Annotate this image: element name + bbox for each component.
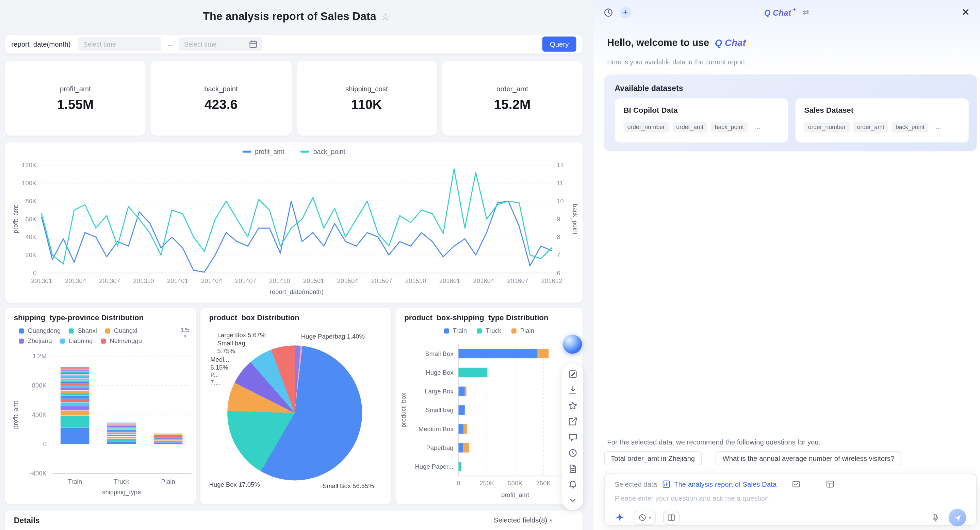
svg-text:profit_amt: profit_amt xyxy=(12,401,19,429)
selected-data-label: Selected data xyxy=(614,480,657,488)
svg-text:Huge Paper...: Huge Paper... xyxy=(415,463,453,470)
svg-text:750K: 750K xyxy=(536,480,551,487)
close-icon[interactable]: ✕ xyxy=(962,8,970,18)
more-fields-tag[interactable]: ... xyxy=(932,121,945,132)
new-chat-button[interactable]: + xyxy=(620,7,631,18)
svg-text:40K: 40K xyxy=(25,233,37,241)
bar-chart-legend: Guangdong Shanxi Guangxi Zhejiang Liaoni… xyxy=(19,327,164,344)
legend-pager[interactable]: 1/5 ▾ xyxy=(181,327,189,339)
legend-item[interactable]: Plain xyxy=(511,327,534,334)
legend-item-profit-amt[interactable]: profit_amt xyxy=(242,147,284,155)
svg-text:201510: 201510 xyxy=(405,277,426,284)
edit-icon[interactable] xyxy=(568,370,578,379)
svg-text:201504: 201504 xyxy=(337,277,358,284)
chart-title: product_box-shipping_type Distribution xyxy=(404,313,548,322)
legend-item[interactable]: Guangxi xyxy=(105,327,137,334)
alert-bell-icon[interactable] xyxy=(568,480,578,490)
legend-label: Truck xyxy=(486,327,501,334)
range-arrow-icon: → xyxy=(166,40,174,49)
dataset-card-sales[interactable]: Sales Dataset order_number order_amt bac… xyxy=(795,99,969,143)
more-fields-tag[interactable]: ... xyxy=(751,121,764,132)
svg-text:Train: Train xyxy=(68,478,82,485)
legend-item[interactable]: Truck xyxy=(477,327,501,334)
svg-text:1.2M: 1.2M xyxy=(33,353,47,360)
kpi-card-order-amt[interactable]: order_amt 15.2M xyxy=(442,61,582,136)
microphone-icon[interactable] xyxy=(931,513,940,522)
insert-card-icon[interactable] xyxy=(791,480,800,489)
kpi-card-profit-amt[interactable]: profit_amt 1.55M xyxy=(5,61,146,136)
legend-item[interactable]: Zhejiang xyxy=(19,337,52,344)
legend-item[interactable]: Shanxi xyxy=(69,327,97,334)
comment-icon[interactable] xyxy=(568,433,578,442)
legend-label: Guangdong xyxy=(27,327,60,334)
field-tag: order_amt xyxy=(853,121,888,132)
legend-item[interactable]: Neimenggu xyxy=(101,337,142,344)
copilot-sphere-button[interactable] xyxy=(563,335,582,354)
pie-label-medium-box: Medi...6.15% xyxy=(210,356,229,371)
document-icon[interactable] xyxy=(568,464,578,473)
mode-select[interactable]: ▾ xyxy=(633,511,656,525)
suggestion-chips: Total order_amt in Zhejiang What is the … xyxy=(604,451,901,465)
side-toolbar xyxy=(562,363,583,510)
collapse-chevron-icon[interactable] xyxy=(568,496,578,505)
svg-text:Small Box: Small Box xyxy=(425,350,453,357)
kpi-card-back-point[interactable]: back_point 423.6 xyxy=(151,61,291,136)
legend-swatch xyxy=(477,328,482,333)
svg-text:201301: 201301 xyxy=(31,277,52,284)
selected-fields-dropdown[interactable]: Selected fields(8) ▾ xyxy=(494,516,552,524)
star-icon[interactable] xyxy=(568,401,578,410)
legend-swatch xyxy=(301,150,310,152)
svg-text:201307: 201307 xyxy=(99,277,120,284)
svg-text:201410: 201410 xyxy=(269,277,290,284)
svg-text:500K: 500K xyxy=(508,480,523,487)
legend-label: Plain xyxy=(520,327,534,334)
svg-text:profit_amt: profit_amt xyxy=(12,205,19,233)
history-icon[interactable] xyxy=(568,448,578,458)
legend-item[interactable]: Liaoning xyxy=(60,337,93,344)
pie-chart[interactable] xyxy=(227,345,362,480)
send-button[interactable] xyxy=(948,509,966,527)
recommend-label: For the selected data, we recommend the … xyxy=(607,438,821,445)
query-button[interactable]: Query xyxy=(542,37,576,51)
ai-spark-icon[interactable] xyxy=(614,512,625,523)
kpi-card-shipping-cost[interactable]: shipping_cost 110K xyxy=(296,61,437,136)
svg-text:250K: 250K xyxy=(479,480,495,487)
legend-label: Guangxi xyxy=(114,327,137,334)
share-icon[interactable] xyxy=(568,417,578,426)
favorite-star-icon[interactable]: ☆ xyxy=(382,11,390,22)
legend-item-back-point[interactable]: back_point xyxy=(301,147,345,155)
svg-text:shipping_type: shipping_type xyxy=(102,488,141,496)
legend-item[interactable]: Guangdong xyxy=(19,327,61,334)
download-icon[interactable] xyxy=(568,385,578,395)
legend-label: Shanxi xyxy=(78,327,97,334)
chat-topbar: + Q Chat✦ ⇄ ✕ xyxy=(593,0,980,25)
legend-swatch xyxy=(19,338,24,343)
svg-text:0: 0 xyxy=(33,270,37,276)
selected-data-row: Selected data The analysis report of Sal… xyxy=(614,480,966,489)
table-view-icon[interactable] xyxy=(826,480,834,489)
selected-report-link[interactable]: The analysis report of Sales Data xyxy=(662,480,776,489)
question-input[interactable] xyxy=(614,494,966,502)
legend-item[interactable]: Train xyxy=(444,327,467,334)
kpi-label: order_amt xyxy=(496,85,528,92)
layout-columns-button[interactable] xyxy=(663,511,679,525)
svg-text:Huge Box: Huge Box xyxy=(426,369,453,376)
svg-text:profit_amt: profit_amt xyxy=(501,491,529,499)
qchat-panel: + Q Chat✦ ⇄ ✕ Hello, welcome to use Q Ch… xyxy=(593,0,980,530)
dataset-card-bi-copilot[interactable]: BI Copilot Data order_number order_amt b… xyxy=(614,99,788,143)
dataset-name: Sales Dataset xyxy=(804,106,960,115)
line-chart: 0620K740K860K980K10100K11120K12201301201… xyxy=(5,142,582,302)
svg-text:201401: 201401 xyxy=(167,277,188,284)
legend-label: Neimenggu xyxy=(110,337,142,344)
legend-pager-down-icon[interactable]: ▾ xyxy=(184,334,186,339)
suggestion-chip[interactable]: What is the annual average number of wir… xyxy=(716,451,901,465)
svg-text:10: 10 xyxy=(557,198,564,205)
svg-text:6: 6 xyxy=(557,270,560,276)
suggestion-chip[interactable]: Total order_amt in Zhejiang xyxy=(604,451,702,465)
field-tag: order_number xyxy=(624,121,669,132)
session-history-icon[interactable] xyxy=(603,8,614,18)
start-date-input[interactable] xyxy=(78,37,161,51)
greeting-text: Hello, welcome to use xyxy=(607,37,709,48)
svg-text:Medium Box: Medium Box xyxy=(418,425,454,433)
swap-panel-icon[interactable]: ⇄ xyxy=(803,8,809,17)
